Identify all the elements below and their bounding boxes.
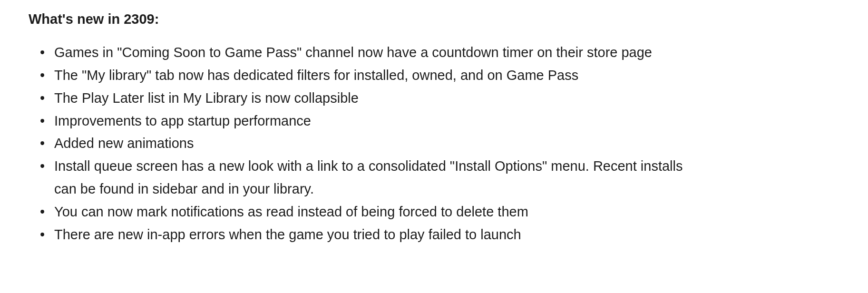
list-item: There are new in-app errors when the gam… (54, 224, 685, 246)
list-item: Added new animations (54, 132, 685, 155)
list-item: Install queue screen has a new look with… (54, 155, 685, 201)
list-item: The Play Later list in My Library is now… (54, 87, 685, 110)
changelog-list: Games in "Coming Soon to Game Pass" chan… (29, 41, 685, 246)
list-item: You can now mark notifications as read i… (54, 201, 685, 224)
changelog-heading: What's new in 2309: (29, 11, 839, 27)
list-item: Improvements to app startup performance (54, 110, 685, 133)
list-item: Games in "Coming Soon to Game Pass" chan… (54, 41, 685, 64)
list-item: The "My library" tab now has dedicated f… (54, 64, 685, 87)
